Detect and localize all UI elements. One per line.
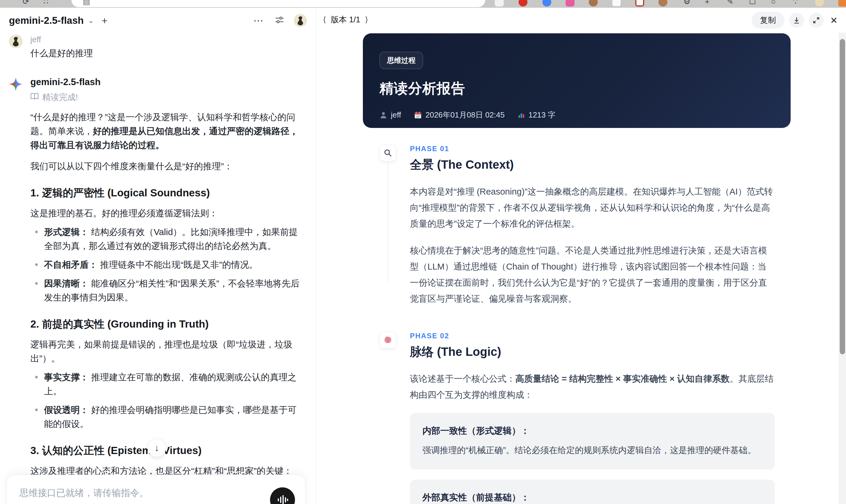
brain-icon [380, 332, 396, 348]
more-options-button[interactable]: ⋯ [253, 15, 264, 26]
extension-icon[interactable] [658, 0, 667, 6]
phase-title: 全景 (The Context) [410, 157, 791, 173]
phase-paragraph: 本内容是对“推理 (Reasoning)”这一抽象概念的高层建模。在知识爆炸与人… [410, 184, 775, 232]
sender-name: jeff [30, 35, 93, 44]
bullet-list: 事实支撑： 推理建立在可靠的数据、准确的观测或公认的真理之上。 假设透明： 好的… [30, 370, 301, 431]
message-composer[interactable]: 思维接口已就绪，请传输指令。 + [6, 474, 305, 504]
settings-sliders-icon[interactable] [274, 15, 285, 26]
report-meta: jeff 17 2026年01月08日 02:45 1213 字 [380, 110, 774, 120]
refresh-icon[interactable]: ⟳ [23, 0, 29, 6]
list-item: 因果清晰： 能准确区分“相关性”和“因果关系”，不会轻率地将先后发生的事情归为因… [30, 276, 301, 304]
analysis-report: 思维过程 精读分析报告 jeff 17 2026年01月08日 02:45 12… [363, 33, 791, 504]
phase-section: PHASE 02 脉络 (The Logic) 该论述基于一个核心公式：高质量结… [363, 332, 791, 504]
phase-title: 脉络 (The Logic) [410, 344, 791, 360]
user-avatar [9, 35, 23, 48]
report-badge: 思维过程 [380, 52, 423, 69]
section-lead: 逻辑再完美，如果前提是错误的，推理也是垃圾（即“垃圾进，垃圾出”）。 [30, 337, 301, 365]
user-avatar[interactable] [294, 14, 307, 27]
status-text: 精读完成! [42, 92, 78, 103]
preview-topbar: ⟨ 版本 1/1 ⟩ 复制 ✕ [316, 8, 846, 32]
list-item: 形式逻辑： 结构必须有效（Valid）。比如演绎推理中，如果前提全部为真，那么通… [30, 225, 301, 253]
extension-icon[interactable]: ✎ [727, 0, 734, 6]
dimension-card: 外部真实性（前提基础）： 强调推理的“经验校准”。解决“GIGO（垃圾进，垃圾出… [410, 480, 775, 504]
phase-section: PHASE 01 全景 (The Context) 本内容是对“推理 (Reas… [363, 145, 791, 307]
extension-icon[interactable]: ☐ [749, 0, 756, 6]
extension-icon[interactable] [589, 0, 598, 6]
profile-avatar[interactable] [815, 0, 824, 6]
chat-panel: gemini-2.5-flash ⌄ + ⋯ jeff [0, 8, 316, 504]
section-heading: 1. 逻辑的严密性 (Logical Soundness) [30, 186, 301, 200]
conversation-title[interactable]: gemini-2.5-flash [9, 15, 84, 26]
magnifier-icon [380, 145, 396, 161]
phase-paragraph: 核心情境在于解决“思考的随意性”问题。不论是人类通过批判性思维进行决策，还是大语… [410, 242, 775, 307]
next-version-button[interactable]: ⟩ [365, 15, 368, 24]
extension-icon[interactable] [518, 0, 528, 6]
scrollbar-thumb[interactable] [840, 39, 845, 354]
extension-icon[interactable]: + [705, 0, 709, 6]
new-chat-button[interactable]: + [102, 15, 107, 26]
browser-toolbar: ⟳ ∷ ▤ ⚙ + ✎ ☐ ○ ∵ [0, 0, 846, 8]
address-bar[interactable] [71, 0, 485, 7]
apps-grid-icon[interactable]: ∷ [43, 0, 49, 6]
version-navigator: ⟨ 版本 1/1 ⟩ [323, 14, 368, 25]
version-label: 版本 1/1 [331, 14, 360, 25]
preview-actions: 复制 ✕ [752, 12, 840, 29]
chat-messages[interactable]: jeff 什么是好的推理 gemini-2.5-flash 精读完成! “什么是 [0, 33, 316, 504]
svg-text:17: 17 [417, 114, 420, 118]
bullet-list: 形式逻辑： 结构必须有效（Valid）。比如演绎推理中，如果前提全部为真，那么通… [30, 225, 301, 304]
person-icon [380, 111, 387, 119]
report-header: 思维过程 精读分析报告 jeff 17 2026年01月08日 02:45 12… [363, 33, 791, 128]
author-meta: jeff [380, 110, 401, 120]
gemini-logo-icon [9, 77, 23, 91]
app-window: gemini-2.5-flash ⌄ + ⋯ jeff [0, 8, 846, 504]
list-item: 假设透明： 好的推理会明确指明哪些是已知事实，哪些是基于可能的假设。 [30, 403, 301, 431]
word-count-meta: 1213 字 [518, 110, 556, 120]
section-heading: 2. 前提的真实性 (Grounding in Truth) [30, 317, 301, 331]
extension-icon[interactable] [635, 0, 644, 6]
logic-intro: 该论述基于一个核心公式： [410, 374, 515, 383]
copy-button[interactable]: 复制 [752, 12, 785, 29]
binoculars-icon[interactable]: ∵ [793, 0, 798, 6]
message-text: 什么是好的推理 [30, 47, 93, 59]
composer-placeholder[interactable]: 思维接口已就绪，请传输指令。 [7, 475, 305, 499]
date-meta: 17 2026年01月08日 02:45 [414, 110, 505, 120]
report-title: 精读分析报告 [380, 79, 774, 98]
intro2-text: 我们可以从以下四个维度来衡量什么是“好的推理”： [30, 159, 301, 173]
card-body: 强调推理的“机械正确”。结论必须在给定的规则系统内逻辑自洽，这是推理的硬件基础。 [422, 443, 762, 457]
status-row: 精读完成! [30, 92, 301, 103]
download-button[interactable] [789, 13, 804, 28]
extension-icon[interactable] [542, 0, 551, 6]
list-item: 事实支撑： 推理建立在可靠的数据、准确的观测或公认的真理之上。 [30, 370, 301, 398]
model-name: gemini-2.5-flash [30, 77, 301, 88]
user-message: jeff 什么是好的推理 [9, 35, 307, 59]
phase-label: PHASE 02 [410, 332, 791, 340]
section-lead: 这是推理的基石。好的推理必须遵循逻辑法则： [30, 206, 301, 220]
extension-icon[interactable] [566, 0, 575, 6]
card-title: 内部一致性（形式逻辑）： [422, 425, 762, 437]
prev-version-button[interactable]: ⟨ [323, 15, 326, 24]
close-icon[interactable]: ✕ [828, 15, 840, 25]
page-icon: ▤ [83, 0, 90, 6]
card-title: 外部真实性（前提基础）： [422, 491, 762, 504]
logic-formula: 高质量结论 = 结构完整性 × 事实准确性 × 认知自律系数 [515, 374, 729, 383]
chat-header: gemini-2.5-flash ⌄ + ⋯ [0, 8, 316, 33]
expand-button[interactable] [809, 13, 824, 28]
calendar-icon: 17 [414, 111, 422, 119]
dimension-card: 内部一致性（形式逻辑）： 强调推理的“机械正确”。结论必须在给定的规则系统内逻辑… [410, 413, 775, 469]
chevron-down-icon[interactable]: ⌄ [88, 16, 94, 25]
extension-icon[interactable] [838, 0, 846, 6]
bar-chart-icon [518, 112, 525, 119]
extension-icon[interactable] [495, 0, 504, 6]
extension-icon[interactable] [612, 0, 621, 6]
list-item: 不自相矛盾： 推理链条中不能出现“既是又非”的情况。 [30, 258, 301, 272]
phase-label: PHASE 01 [410, 145, 791, 153]
extension-icon[interactable]: ○ [771, 0, 776, 6]
extension-icon[interactable]: ⚙ [684, 0, 690, 6]
preview-panel: ⟨ 版本 1/1 ⟩ 复制 ✕ 思维过程 精读分析报告 [316, 8, 846, 504]
scroll-to-bottom-button[interactable]: ↓ [148, 438, 166, 457]
book-icon [30, 92, 39, 102]
